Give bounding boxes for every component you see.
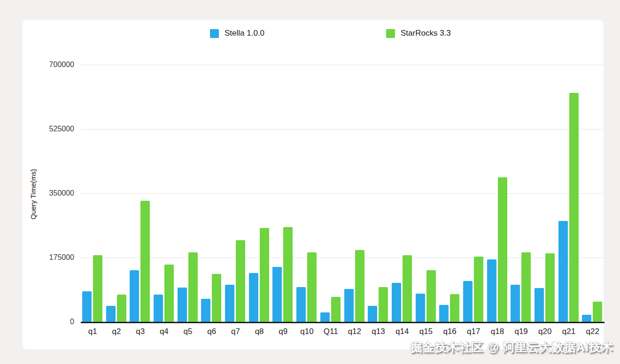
bar-starrocks-q15 bbox=[426, 270, 436, 322]
legend-label-starrocks: StarRocks 3.3 bbox=[401, 29, 451, 38]
gridline bbox=[81, 129, 604, 129]
bar-starrocks-q6 bbox=[212, 274, 221, 322]
bar-stella-q12 bbox=[344, 289, 354, 322]
bar-starrocks-q14 bbox=[403, 255, 412, 322]
bar-starrocks-q12 bbox=[355, 250, 364, 322]
bar-starrocks-q21 bbox=[569, 93, 579, 322]
bar-starrocks-q19 bbox=[521, 252, 531, 322]
bar-stella-q3 bbox=[130, 270, 139, 322]
bar-starrocks-q18 bbox=[498, 177, 507, 322]
y-tick-label: 525000 bbox=[28, 125, 74, 133]
bar-stella-q1 bbox=[82, 291, 92, 322]
legend-item-starrocks: StarRocks 3.3 bbox=[386, 29, 451, 38]
bar-starrocks-q16 bbox=[450, 294, 459, 322]
bar-stella-Q11 bbox=[320, 312, 330, 322]
legend-swatch-stella bbox=[210, 29, 219, 38]
bar-stella-q20 bbox=[535, 288, 544, 322]
bar-stella-q8 bbox=[249, 273, 258, 322]
bar-stella-q17 bbox=[463, 281, 473, 322]
bar-stella-q4 bbox=[154, 295, 163, 322]
legend: Stella 1.0.0 StarRocks 3.3 bbox=[0, 29, 620, 39]
watermark: 掘金技术社区 @ 阿里云大数据AI技术 bbox=[411, 340, 613, 355]
bar-stella-q10 bbox=[296, 287, 306, 322]
bar-starrocks-q20 bbox=[545, 253, 555, 322]
bar-starrocks-q8 bbox=[260, 228, 269, 322]
bar-stella-q6 bbox=[201, 299, 210, 322]
bar-starrocks-q5 bbox=[188, 252, 198, 322]
bar-starrocks-q10 bbox=[307, 252, 317, 322]
y-tick-label: 175000 bbox=[28, 253, 74, 262]
bar-starrocks-q13 bbox=[379, 287, 388, 322]
bar-stella-q21 bbox=[558, 221, 568, 322]
bar-starrocks-q4 bbox=[164, 265, 174, 322]
y-tick-label: 350000 bbox=[28, 189, 74, 197]
gridline bbox=[81, 193, 604, 194]
bar-starrocks-q17 bbox=[474, 257, 483, 322]
bar-stella-q22 bbox=[582, 315, 591, 322]
bar-starrocks-q1 bbox=[93, 255, 102, 322]
plot-area bbox=[81, 65, 604, 323]
bar-stella-q16 bbox=[439, 305, 449, 322]
bar-starrocks-q22 bbox=[593, 302, 602, 322]
bar-stella-q5 bbox=[178, 288, 187, 322]
bar-stella-q18 bbox=[487, 259, 496, 322]
bar-stella-q14 bbox=[392, 283, 401, 322]
y-tick-label: 0 bbox=[28, 318, 74, 326]
bar-stella-q2 bbox=[106, 306, 116, 322]
bar-starrocks-q2 bbox=[117, 295, 126, 322]
bar-stella-q19 bbox=[511, 285, 520, 322]
bar-stella-q7 bbox=[225, 285, 234, 322]
legend-item-stella: Stella 1.0.0 bbox=[210, 29, 264, 38]
bar-starrocks-Q11 bbox=[331, 297, 341, 322]
y-tick-label: 700000 bbox=[28, 61, 74, 69]
bar-stella-q13 bbox=[368, 306, 377, 322]
bar-starrocks-q7 bbox=[236, 240, 245, 322]
bar-stella-q9 bbox=[272, 267, 282, 322]
bar-starrocks-q9 bbox=[283, 227, 293, 322]
bar-stella-q15 bbox=[416, 294, 425, 322]
legend-label-stella: Stella 1.0.0 bbox=[225, 29, 264, 38]
x-tick-label: q22 bbox=[579, 327, 607, 336]
legend-swatch-starrocks bbox=[386, 29, 395, 38]
gridline bbox=[81, 65, 604, 65]
bar-starrocks-q3 bbox=[140, 201, 150, 322]
